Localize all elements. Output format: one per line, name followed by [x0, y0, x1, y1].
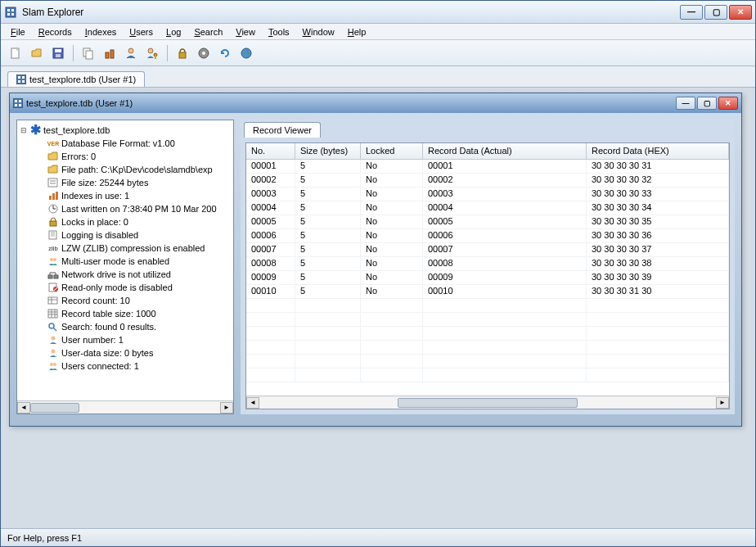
close-button[interactable]: ✕ — [729, 5, 752, 20]
tree-item[interactable]: Locks in place: 0 — [19, 215, 232, 228]
open-icon — [30, 47, 43, 60]
scroll-track[interactable] — [30, 402, 220, 414]
tree-item[interactable]: File size: 25244 bytes — [19, 176, 232, 189]
column-header[interactable]: Record Data (Actual) — [423, 143, 587, 159]
table-row[interactable]: 000055No0000530 30 30 30 35 — [246, 215, 729, 229]
tree[interactable]: ⊟✱test_texplore.tdbVERDatabase File Form… — [17, 120, 233, 400]
tree-root[interactable]: ⊟✱test_texplore.tdb — [19, 124, 232, 137]
toolbar-copy-button[interactable] — [79, 43, 98, 63]
tree-item[interactable]: Logging is disabled — [19, 228, 232, 242]
document-tab[interactable]: test_texplore.tdb (User #1) — [7, 71, 145, 87]
toolbar-lock-button[interactable] — [173, 43, 192, 63]
table-row[interactable]: 000105No0001030 30 30 31 30 — [246, 285, 729, 299]
menu-window[interactable]: Window — [296, 25, 341, 38]
table-cell: 00001 — [246, 160, 295, 173]
table-row[interactable]: 000015No0000130 30 30 30 31 — [246, 160, 729, 174]
tree-item[interactable]: User-data size: 0 bytes — [19, 346, 232, 359]
svg-line-65 — [53, 328, 56, 331]
menu-view[interactable]: View — [229, 25, 262, 38]
table-row[interactable]: 000085No0000830 30 30 30 38 — [246, 257, 729, 271]
app-window: Slam Explorer — ▢ ✕ FileRecordsIndexesUs… — [0, 0, 756, 547]
svg-rect-16 — [155, 56, 156, 59]
tree-item[interactable]: Record table size: 1000 — [19, 307, 232, 320]
scroll-right-icon[interactable]: ► — [220, 402, 233, 414]
toolbar-world-button[interactable] — [236, 43, 256, 63]
toolbar-user-button[interactable] — [121, 43, 141, 63]
table-row[interactable]: 000035No0000330 30 30 30 33 — [246, 188, 729, 201]
menu-records[interactable]: Records — [32, 25, 79, 38]
table-row[interactable]: 000095No0000930 30 30 30 39 — [246, 271, 729, 285]
column-header[interactable]: Size (bytes) — [295, 143, 361, 159]
menu-indexes[interactable]: Indexes — [79, 25, 124, 38]
asterisk-icon: ✱ — [29, 124, 42, 136]
scroll-thumb[interactable] — [398, 398, 578, 408]
table-icon — [47, 308, 60, 319]
menu-search[interactable]: Search — [187, 25, 229, 38]
tree-item[interactable]: File path: C:\Kp\Dev\code\slamdb\exp — [19, 163, 232, 176]
toolbar-user-key-button[interactable] — [142, 43, 162, 63]
table-cell: 00007 — [423, 243, 587, 256]
tree-item-label: Network drive is not utilized — [61, 269, 171, 279]
table-row[interactable]: 000025No0000230 30 30 30 32 — [246, 174, 729, 188]
menu-tools[interactable]: Tools — [262, 25, 296, 38]
scroll-thumb[interactable] — [30, 403, 79, 413]
tree-item[interactable]: Multi-user mode is enabled — [19, 255, 232, 268]
tree-item[interactable]: Search: found 0 results. — [19, 320, 232, 333]
menu-users[interactable]: Users — [123, 25, 160, 38]
svg-point-14 — [148, 48, 153, 53]
toolbar-dup-button[interactable] — [100, 43, 119, 63]
tree-item[interactable]: Errors: 0 — [19, 150, 232, 163]
table-row-empty — [246, 299, 729, 313]
svg-point-69 — [53, 363, 56, 366]
tree-item[interactable]: Users connected: 1 — [19, 359, 232, 373]
tree-item[interactable]: Network drive is not utilized — [19, 268, 232, 281]
table-row[interactable]: 000075No0000730 30 30 30 37 — [246, 243, 729, 257]
menu-log[interactable]: Log — [160, 25, 187, 38]
column-header[interactable]: No. — [246, 143, 295, 159]
table-row-empty — [246, 368, 729, 382]
column-header[interactable]: Locked — [361, 143, 423, 159]
table-row[interactable]: 000065No0000630 30 30 30 36 — [246, 229, 729, 243]
toolbar-refresh-button[interactable] — [215, 43, 235, 63]
scroll-track[interactable] — [259, 397, 716, 409]
child-maximize-button[interactable]: ▢ — [697, 97, 717, 110]
svg-point-67 — [52, 350, 56, 354]
tree-item[interactable]: VERDatabase File Format: v1.00 — [19, 137, 232, 150]
svg-rect-12 — [110, 50, 114, 58]
child-minimize-button[interactable]: — — [676, 97, 695, 110]
table-row[interactable]: 000045No0000430 30 30 30 34 — [246, 201, 729, 215]
ver-icon: VER — [47, 138, 60, 149]
maximize-button[interactable]: ▢ — [704, 5, 727, 20]
tree-item[interactable]: zlibLZW (ZLIB) compression is enabled — [19, 242, 232, 255]
tree-item[interactable]: Last written on 7:38:40 PM 10 Mar 200 — [19, 202, 232, 215]
scroll-left-icon[interactable]: ◄ — [246, 397, 259, 409]
svg-rect-11 — [106, 52, 109, 58]
viewer-tab-record[interactable]: Record Viewer — [244, 122, 321, 138]
toolbar-open-button[interactable] — [27, 43, 47, 63]
tree-item-label: Read-only mode is disabled — [61, 283, 173, 292]
tree-item[interactable]: User number: 1 — [19, 333, 232, 346]
menu-help[interactable]: Help — [341, 25, 373, 38]
toolbar-new-button[interactable] — [6, 43, 25, 63]
minimize-button[interactable]: — — [680, 5, 703, 20]
toolbar-disc-button[interactable] — [194, 43, 214, 63]
column-header[interactable]: Record Data (HEX) — [587, 143, 729, 159]
svg-rect-24 — [18, 80, 20, 83]
menu-file[interactable]: File — [4, 25, 32, 38]
svg-rect-22 — [18, 76, 20, 79]
scroll-left-icon[interactable]: ◄ — [17, 402, 30, 414]
tree-hscrollbar[interactable]: ◄ ► — [17, 400, 233, 414]
tree-item[interactable]: Read-only mode is disabled — [19, 281, 232, 294]
new-icon — [9, 47, 22, 60]
collapse-icon[interactable]: ⊟ — [19, 126, 29, 134]
child-close-button[interactable]: ✕ — [718, 97, 738, 110]
tree-item-label: Record table size: 1000 — [61, 309, 156, 319]
grid-hscrollbar[interactable]: ◄ ► — [246, 396, 729, 409]
table-cell: No — [361, 257, 423, 270]
table-cell: 5 — [295, 201, 361, 215]
scroll-right-icon[interactable]: ► — [716, 397, 729, 409]
grid-body[interactable]: 000015No0000130 30 30 30 31000025No00002… — [246, 160, 729, 396]
tree-item[interactable]: Record count: 10 — [19, 294, 232, 307]
toolbar-save-button[interactable] — [48, 43, 68, 63]
tree-item[interactable]: Indexes in use: 1 — [19, 189, 232, 202]
